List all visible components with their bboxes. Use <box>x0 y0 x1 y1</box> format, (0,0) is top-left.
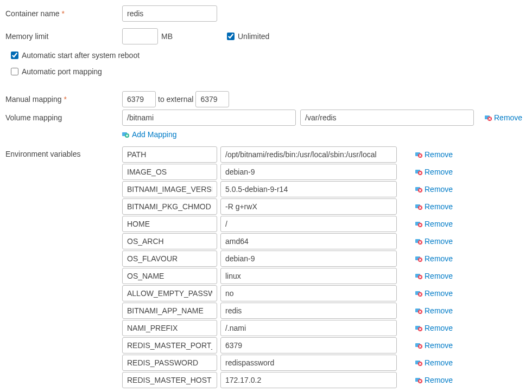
env-remove-button[interactable]: Remove <box>415 358 453 367</box>
env-key-input[interactable] <box>122 181 217 197</box>
auto-start-label: Automatic start after system reboot <box>22 51 140 60</box>
memory-limit-input[interactable] <box>122 28 158 44</box>
env-row: Remove <box>122 337 453 354</box>
add-icon <box>122 131 130 138</box>
required-asterisk: * <box>62 9 65 18</box>
remove-icon <box>415 377 423 383</box>
env-value-input[interactable] <box>220 181 397 197</box>
env-row: Remove <box>122 164 453 180</box>
remove-icon <box>415 203 423 210</box>
env-key-input[interactable] <box>122 372 217 388</box>
env-key-input[interactable] <box>122 320 217 336</box>
env-value-input[interactable] <box>220 320 397 336</box>
env-value-input[interactable] <box>220 268 397 284</box>
env-value-input[interactable] <box>220 372 397 388</box>
remove-icon <box>415 255 423 262</box>
env-remove-button[interactable]: Remove <box>415 376 453 384</box>
env-remove-button[interactable]: Remove <box>415 289 453 298</box>
env-row: Remove <box>122 320 453 336</box>
env-row: Remove <box>122 198 453 215</box>
env-key-input[interactable] <box>122 146 217 163</box>
env-row: Remove <box>122 233 453 249</box>
env-value-input[interactable] <box>220 355 397 371</box>
env-row: Remove <box>122 355 453 371</box>
env-key-input[interactable] <box>122 285 217 301</box>
env-row: Remove <box>122 146 453 163</box>
remove-icon <box>415 342 423 349</box>
remove-icon <box>415 290 423 297</box>
env-value-input[interactable] <box>220 198 397 215</box>
remove-icon <box>415 359 423 366</box>
env-key-input[interactable] <box>122 355 217 371</box>
env-vars-label: Environment variables <box>5 146 122 158</box>
env-key-input[interactable] <box>122 198 217 215</box>
auto-port-checkbox[interactable] <box>11 68 18 75</box>
env-key-input[interactable] <box>122 303 217 319</box>
remove-icon <box>415 273 423 279</box>
env-key-input[interactable] <box>122 268 217 284</box>
env-remove-button[interactable]: Remove <box>415 254 453 263</box>
env-value-input[interactable] <box>220 216 397 232</box>
env-value-input[interactable] <box>220 146 397 163</box>
env-remove-button[interactable]: Remove <box>415 220 453 228</box>
env-remove-button[interactable]: Remove <box>415 168 453 176</box>
env-remove-button[interactable]: Remove <box>415 185 453 194</box>
env-value-input[interactable] <box>220 303 397 319</box>
env-value-input[interactable] <box>220 250 397 267</box>
env-row: Remove <box>122 181 453 197</box>
env-value-input[interactable] <box>220 164 397 180</box>
env-key-input[interactable] <box>122 250 217 267</box>
env-remove-button[interactable]: Remove <box>415 202 453 211</box>
remove-icon <box>415 221 423 227</box>
env-remove-button[interactable]: Remove <box>415 306 453 315</box>
remove-icon <box>415 151 423 158</box>
env-value-input[interactable] <box>220 233 397 249</box>
volume-target-input[interactable] <box>300 110 474 126</box>
unlimited-label: Unlimited <box>238 32 269 41</box>
env-remove-button[interactable]: Remove <box>415 237 453 246</box>
env-value-input[interactable] <box>220 285 397 301</box>
remove-icon <box>415 325 423 331</box>
remove-icon <box>415 307 423 314</box>
env-key-input[interactable] <box>122 216 217 232</box>
required-asterisk: * <box>64 95 66 104</box>
manual-mapping-label: Manual mapping * <box>5 95 122 104</box>
env-remove-button[interactable]: Remove <box>415 324 453 332</box>
port-internal-input[interactable] <box>122 91 156 107</box>
env-key-input[interactable] <box>122 164 217 180</box>
env-row: Remove <box>122 216 453 232</box>
remove-icon <box>415 186 423 192</box>
env-row: Remove <box>122 303 453 319</box>
env-key-input[interactable] <box>122 233 217 249</box>
volume-mapping-label: Volume mapping <box>5 113 122 122</box>
container-name-input[interactable] <box>122 5 217 22</box>
auto-start-checkbox[interactable] <box>11 52 18 59</box>
env-remove-button[interactable]: Remove <box>415 272 453 280</box>
env-remove-button[interactable]: Remove <box>415 341 453 350</box>
volume-remove-button[interactable]: Remove <box>485 113 522 122</box>
env-remove-button[interactable]: Remove <box>415 150 453 159</box>
volume-source-input[interactable] <box>122 110 296 126</box>
env-key-input[interactable] <box>122 337 217 354</box>
env-row: Remove <box>122 268 453 284</box>
remove-icon <box>415 169 423 175</box>
container-name-label: Container name * <box>5 9 122 18</box>
env-row: Remove <box>122 372 453 388</box>
env-value-input[interactable] <box>220 337 397 354</box>
to-external-label: to external <box>158 95 193 104</box>
unlimited-checkbox[interactable] <box>227 33 235 40</box>
port-external-input[interactable] <box>195 91 229 107</box>
env-row: Remove <box>122 285 453 301</box>
auto-port-label: Automatic port mapping <box>22 67 102 76</box>
remove-icon <box>485 114 492 121</box>
add-mapping-button[interactable]: Add Mapping <box>132 130 177 139</box>
memory-limit-label: Memory limit <box>5 32 122 41</box>
mb-unit-label: MB <box>161 32 173 41</box>
env-row: Remove <box>122 250 453 267</box>
remove-icon <box>415 238 423 245</box>
